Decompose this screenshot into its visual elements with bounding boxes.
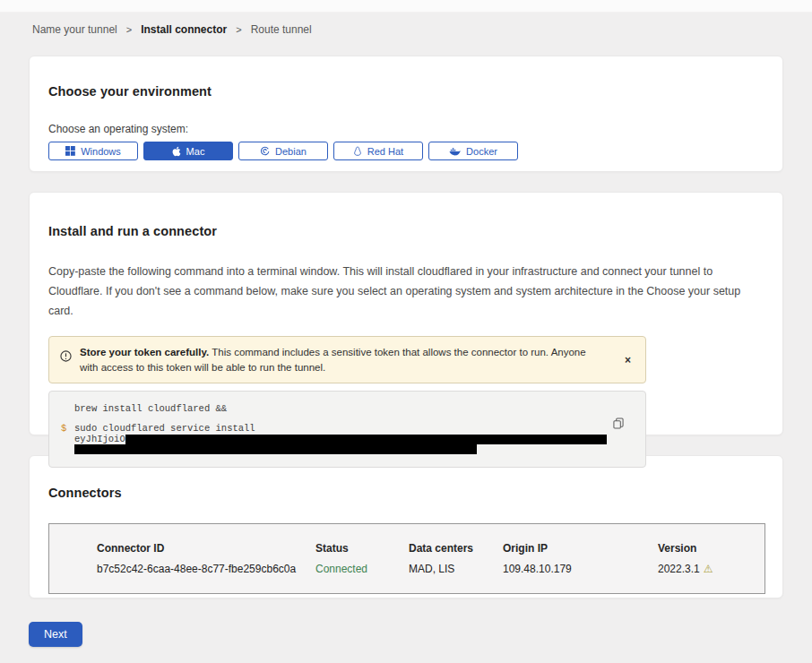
data-centers-value: MAD, LIS [409,563,503,575]
install-command-code-block: brew install cloudflared && $ sudo cloud… [48,391,646,468]
windows-logo-icon [65,146,75,156]
breadcrumb-separator: > [236,24,241,35]
os-button-windows[interactable]: Windows [48,142,138,160]
col-header-status: Status [315,542,409,555]
close-icon[interactable]: × [621,354,635,366]
install-description: Copy-paste the following command into a … [48,262,762,321]
breadcrumb-separator: > [126,24,132,35]
os-button-label: Red Hat [367,146,403,157]
connectors-table: Connector ID Status Data centers Origin … [48,523,765,594]
code-line-token: eyJhIjoiO [49,434,645,444]
col-header-connector-id: Connector ID [97,542,315,555]
breadcrumb-install-connector[interactable]: Install connector [141,23,227,36]
token-prefix: eyJhIjoiO [74,434,125,444]
breadcrumb-route-tunnel[interactable]: Route tunnel [251,23,312,36]
token-warning-text: Store your token carefully. This command… [80,345,613,375]
redacted-token-bar [74,444,477,454]
os-button-mac[interactable]: Mac [143,142,233,160]
redacted-token-bar [125,435,607,444]
breadcrumb: Name your tunnel > Install connector > R… [0,13,812,36]
environment-card-title: Choose your environment [48,84,764,99]
install-connector-card: Install and run a connector Copy-paste t… [29,192,783,435]
os-button-label: Docker [466,146,497,157]
apple-logo-icon [172,146,181,157]
connectors-card-title: Connectors [48,486,764,500]
os-select-label: Choose an operating system: [48,123,764,135]
token-warning-banner: Store your token carefully. This command… [48,336,646,383]
col-header-origin-ip: Origin IP [503,542,658,555]
token-warning-bold: Store your token carefully. [80,347,209,357]
os-button-group: Windows Mac Debian Red Hat Docker [48,142,764,160]
os-button-label: Windows [81,146,121,157]
os-button-label: Mac [186,146,205,157]
os-button-debian[interactable]: Debian [238,142,328,160]
warning-triangle-icon: ⚠ [704,563,713,575]
os-button-label: Debian [275,146,307,157]
connector-id-value: b7c52c42-6caa-48ee-8c77-fbe259cb6c0a [97,563,315,575]
environment-card: Choose your environment Choose an operat… [29,56,783,172]
install-card-title: Install and run a connector [48,224,764,238]
col-header-data-centers: Data centers [409,542,503,555]
next-button[interactable]: Next [29,622,82,647]
docker-logo-icon [449,146,461,156]
connectors-card: Connectors Connector ID Status Data cent… [29,455,783,598]
code-line-command: $ sudo cloudflared service install [49,423,645,434]
copy-icon[interactable] [613,418,624,432]
breadcrumb-name-your-tunnel[interactable]: Name your tunnel [32,23,117,36]
origin-ip-value: 109.48.10.179 [503,563,658,575]
shell-prompt: $ [61,423,74,434]
version-value: 2022.3.1 ⚠ [658,563,764,575]
top-divider [0,0,812,13]
connectors-table-header: Connector ID Status Data centers Origin … [49,542,764,555]
os-button-redhat[interactable]: Red Hat [333,142,423,160]
version-number: 2022.3.1 [658,563,700,575]
info-icon [60,349,72,366]
os-button-docker[interactable]: Docker [428,142,518,160]
table-row: b7c52c42-6caa-48ee-8c77-fbe259cb6c0a Con… [49,563,764,575]
code-command-text: sudo cloudflared service install [74,423,255,434]
status-badge: Connected [315,563,409,575]
col-header-version: Version [658,542,764,555]
debian-logo-icon [260,146,270,156]
redhat-logo-icon [353,146,362,157]
code-line-brew: brew install cloudflared && [49,403,645,414]
